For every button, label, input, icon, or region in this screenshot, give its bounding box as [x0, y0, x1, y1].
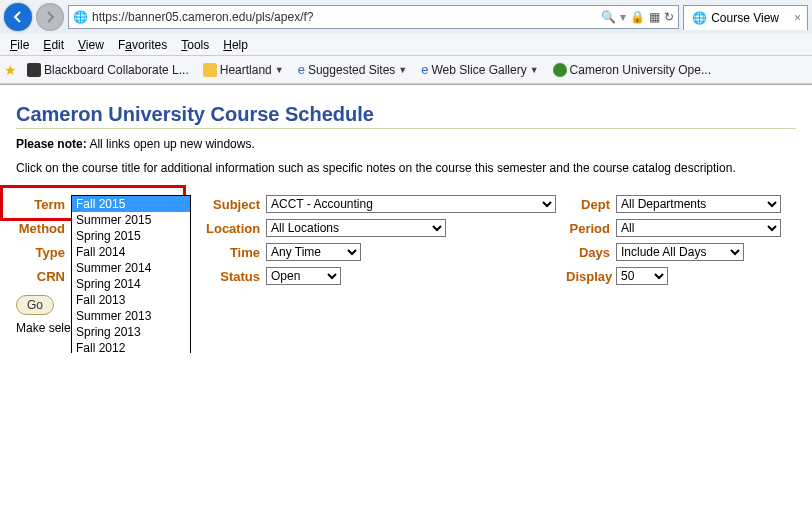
- fav-heartland-label: Heartland: [220, 63, 272, 77]
- fav-blackboard-label: Blackboard Collaborate L...: [44, 63, 189, 77]
- term-option[interactable]: Fall 2013: [72, 292, 190, 308]
- fav-heartland[interactable]: Heartland ▼: [199, 63, 288, 77]
- label-days: Days: [566, 245, 616, 260]
- menu-favorites[interactable]: Favorites: [112, 36, 173, 54]
- addr-tools: 🔍▾ 🔒 ▦ ↻: [601, 10, 674, 24]
- page-title: Cameron University Course Schedule: [16, 103, 796, 126]
- search-icon[interactable]: 🔍: [601, 10, 616, 24]
- blackboard-icon: [27, 63, 41, 77]
- tab-strip: 🌐 Course View ×: [683, 4, 808, 30]
- filter-form: Term Fall 2015 Fall 2015Summer 2015Sprin…: [16, 195, 796, 285]
- label-location: Location: [206, 221, 266, 236]
- display-select[interactable]: 50: [616, 267, 668, 285]
- term-option[interactable]: Spring 2015: [72, 228, 190, 244]
- term-option[interactable]: Fall 2012: [72, 340, 190, 353]
- term-option[interactable]: Summer 2014: [72, 260, 190, 276]
- time-select[interactable]: Any Time: [266, 243, 361, 261]
- label-method: Method: [16, 221, 71, 236]
- menu-file[interactable]: File: [4, 36, 35, 54]
- lock-icon: 🔒: [630, 10, 645, 24]
- fav-cameron[interactable]: Cameron University Ope...: [549, 63, 715, 77]
- chevron-down-icon: ▼: [275, 65, 284, 75]
- fav-webslice-label: Web Slice Gallery: [432, 63, 527, 77]
- menu-tools[interactable]: Tools: [175, 36, 215, 54]
- label-type: Type: [16, 245, 71, 260]
- note-rest: All links open up new windows.: [87, 137, 255, 151]
- folder-icon: [203, 63, 217, 77]
- status-select[interactable]: Open: [266, 267, 341, 285]
- label-dept: Dept: [566, 197, 616, 212]
- term-option[interactable]: Spring 2013: [72, 324, 190, 340]
- location-select[interactable]: All Locations: [266, 219, 446, 237]
- browser-tab[interactable]: 🌐 Course View ×: [683, 5, 808, 30]
- label-subject: Subject: [206, 197, 266, 212]
- fav-cameron-label: Cameron University Ope...: [570, 63, 711, 77]
- browser-chrome: 🌐 https://banner05.cameron.edu/pls/apex/…: [0, 0, 812, 85]
- tab-favicon: 🌐: [692, 11, 707, 25]
- cameron-icon: [553, 63, 567, 77]
- note: Please note: All links open up new windo…: [16, 137, 796, 151]
- description: Click on the course title for additional…: [16, 161, 796, 175]
- chevron-down-icon: ▼: [530, 65, 539, 75]
- dept-select[interactable]: All Departments: [616, 195, 781, 213]
- menu-edit[interactable]: Edit: [37, 36, 70, 54]
- page-content: Cameron University Course Schedule Pleas…: [0, 85, 812, 353]
- chevron-down-icon: ▼: [398, 65, 407, 75]
- fav-suggested[interactable]: eSuggested Sites ▼: [294, 62, 412, 77]
- url-text: https://banner05.cameron.edu/pls/apex/f?: [92, 10, 597, 24]
- address-bar[interactable]: 🌐 https://banner05.cameron.edu/pls/apex/…: [68, 5, 679, 29]
- term-dropdown-list: Fall 2015Summer 2015Spring 2015Fall 2014…: [71, 195, 191, 353]
- term-option[interactable]: Fall 2015: [72, 196, 190, 212]
- label-time: Time: [206, 245, 266, 260]
- divider: [16, 128, 796, 129]
- term-option[interactable]: Summer 2015: [72, 212, 190, 228]
- tab-close-icon[interactable]: ×: [794, 11, 801, 25]
- menu-bar: File Edit View Favorites Tools Help: [0, 34, 812, 56]
- period-select[interactable]: All: [616, 219, 781, 237]
- refresh-icon[interactable]: ↻: [664, 10, 674, 24]
- favorites-star-icon[interactable]: ★: [4, 62, 17, 78]
- globe-icon: 🌐: [73, 10, 88, 24]
- favorites-bar: ★ Blackboard Collaborate L... Heartland …: [0, 56, 812, 84]
- menu-help[interactable]: Help: [217, 36, 254, 54]
- label-display: Display: [566, 269, 616, 284]
- fav-webslice[interactable]: eWeb Slice Gallery ▼: [417, 62, 542, 77]
- days-select[interactable]: Include All Days: [616, 243, 744, 261]
- label-period: Period: [566, 221, 616, 236]
- term-option[interactable]: Fall 2014: [72, 244, 190, 260]
- fav-suggested-label: Suggested Sites: [308, 63, 395, 77]
- forward-button[interactable]: [36, 3, 64, 31]
- subject-select[interactable]: ACCT - Accounting: [266, 195, 556, 213]
- compat-icon[interactable]: ▦: [649, 10, 660, 24]
- back-button[interactable]: [4, 3, 32, 31]
- tab-title: Course View: [711, 11, 779, 25]
- label-term: Term: [16, 197, 71, 212]
- ie-icon: e: [421, 62, 428, 77]
- term-option[interactable]: Spring 2014: [72, 276, 190, 292]
- label-crn: CRN: [16, 269, 71, 284]
- term-option[interactable]: Summer 2013: [72, 308, 190, 324]
- nav-row: 🌐 https://banner05.cameron.edu/pls/apex/…: [0, 0, 812, 34]
- ie-icon: e: [298, 62, 305, 77]
- label-status: Status: [206, 269, 266, 284]
- fav-blackboard[interactable]: Blackboard Collaborate L...: [23, 63, 193, 77]
- menu-view[interactable]: View: [72, 36, 110, 54]
- note-bold: Please note:: [16, 137, 87, 151]
- go-button[interactable]: Go: [16, 295, 54, 315]
